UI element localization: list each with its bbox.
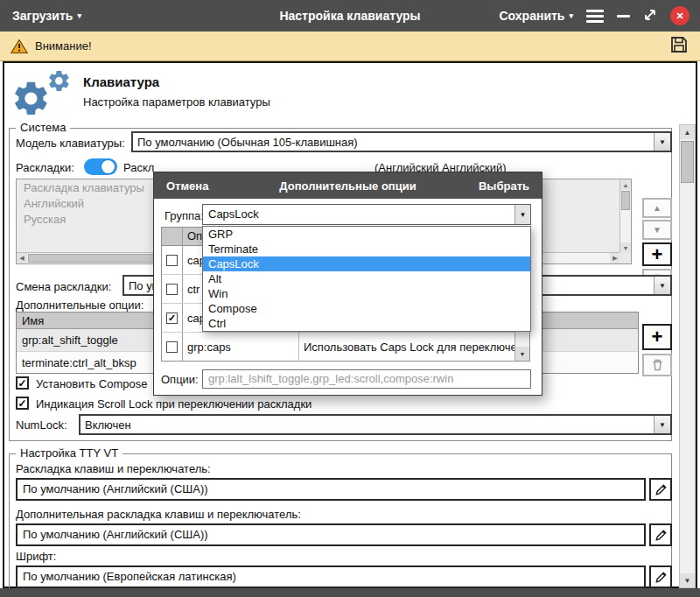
tty-extra-layout-field[interactable]: По умолчанию (Английский (США)) [16, 523, 646, 546]
caret-down-icon: ▾ [77, 12, 81, 20]
edit-tty-layout-button[interactable] [649, 478, 672, 501]
group-label: Группа: [164, 209, 204, 222]
scroll-left-button[interactable]: ◀ [17, 253, 27, 263]
scroll-down-button[interactable]: ▼ [680, 573, 695, 587]
chevron-down-icon: ▼ [654, 416, 670, 433]
tty-layout-label: Раскладка клавиш и переключатель: [16, 462, 211, 475]
arrow-left-icon: ◀ [19, 255, 24, 262]
group-select-value: CapsLock [203, 205, 514, 224]
select-button[interactable]: Выбрать [479, 179, 542, 193]
dropdown-option[interactable]: Terminate [203, 242, 530, 256]
dropdown-option-selected[interactable]: CapsLock [203, 256, 530, 271]
option-description: Использовать Caps Lock для переключе [299, 333, 514, 361]
layouts-value-fragment-left: Раскл [123, 161, 154, 174]
arrow-up-icon: ▲ [653, 203, 662, 213]
load-menu-label: Загрузить [12, 9, 73, 23]
scroll-down-button[interactable]: ▼ [515, 347, 529, 361]
close-button[interactable]: ✕ [670, 6, 690, 25]
caret-down-icon: ▾ [569, 12, 573, 20]
dropdown-option[interactable]: Win [203, 286, 530, 301]
scroll-up-button[interactable]: ▲ [620, 179, 631, 190]
table-row[interactable]: grp:caps Использовать Caps Lock для пере… [162, 333, 514, 361]
edit-tty-extra-layout-button[interactable] [649, 523, 672, 546]
arrow-up-icon: ▲ [684, 129, 691, 137]
arrow-right-icon: ▶ [612, 255, 617, 262]
dropdown-option[interactable]: Compose [203, 301, 530, 316]
load-menu-button[interactable]: Загрузить ▾ [0, 0, 94, 32]
scroll-up-button[interactable]: ▲ [680, 125, 695, 139]
row-checkbox[interactable] [166, 341, 178, 353]
warning-icon [10, 39, 28, 54]
warning-bar: Внимание! [0, 32, 700, 61]
add-option-button[interactable]: + [642, 324, 672, 350]
row-checkbox-checked[interactable]: ✓ [166, 313, 178, 324]
option-name: grp:caps [183, 333, 299, 361]
group-dropdown-list: GRP Terminate CapsLock Alt Win Compose C… [202, 226, 531, 332]
close-icon: ✕ [676, 11, 683, 22]
cancel-button[interactable]: Отмена [154, 179, 208, 193]
scrollbar-thumb[interactable] [621, 191, 630, 210]
extra-options-label: Дополнительные опции: [16, 298, 144, 312]
scrolllock-checkbox[interactable]: ✓ [16, 397, 29, 410]
save-menu-button[interactable]: Сохранить ▾ [500, 9, 574, 23]
compose-checkbox[interactable]: ✓ [16, 376, 29, 390]
menu-icon[interactable] [586, 10, 604, 23]
titlebar-actions: Сохранить ▾ ✕ [500, 6, 700, 25]
expand-button[interactable] [643, 8, 657, 25]
layouts-label: Раскладки: [16, 161, 74, 174]
tty-font-label: Шрифт: [16, 550, 56, 563]
dropdown-option[interactable]: GRP [203, 227, 530, 242]
layout-switch-label: Смена раскладки: [16, 280, 111, 293]
check-icon: ✓ [168, 313, 176, 323]
edit-tty-font-button[interactable] [649, 565, 672, 588]
pencil-icon [654, 571, 668, 584]
check-icon: ✓ [18, 378, 26, 389]
numlock-select[interactable]: Включен ▼ [79, 414, 672, 435]
dropdown-option[interactable]: Alt [203, 271, 530, 286]
page-subtitle: Настройка параметров клавиатуры [83, 95, 270, 109]
arrow-down-icon: ▼ [684, 577, 691, 585]
trash-icon [651, 358, 664, 372]
minimize-icon [617, 15, 630, 18]
layouts-toggle[interactable] [84, 158, 117, 175]
options-string-input[interactable]: grp:lalt_lshift_toggle,grp_led:scroll,co… [202, 369, 531, 389]
arrow-up-icon: ▲ [623, 182, 629, 188]
numlock-value: Включен [80, 416, 654, 433]
row-checkbox[interactable] [166, 284, 178, 295]
expand-icon [643, 8, 657, 22]
main-vertical-scrollbar[interactable]: ▲ ▼ [679, 124, 696, 588]
toggle-knob [102, 160, 115, 173]
scrollbar-thumb[interactable] [681, 141, 694, 183]
dropdown-option[interactable]: Ctrl [203, 316, 530, 331]
warning-message: Внимание! [10, 39, 92, 54]
move-layout-up-button[interactable]: ▲ [642, 198, 672, 218]
tty-font-field[interactable]: По умолчанию (Европейская латинская) [16, 565, 646, 588]
system-group-legend: Система [16, 121, 70, 134]
titlebar: Загрузить ▾ Настройка клавиатуры Сохрани… [0, 0, 700, 32]
compose-checkbox-label: Установить Compose [36, 377, 147, 390]
checkbox-column-header [162, 228, 183, 245]
chevron-down-icon: ▼ [654, 133, 670, 151]
chevron-down-icon: ▼ [514, 205, 530, 224]
keyboard-model-select[interactable]: По умолчанию (Обычная 105-клавишная) ▼ [131, 131, 672, 152]
extra-options-dialog: Отмена Дополнительные опции Выбрать Груп… [153, 172, 542, 396]
move-layout-down-button[interactable]: ▼ [642, 220, 672, 240]
pencil-icon [654, 483, 668, 496]
numlock-label: NumLock: [16, 418, 67, 432]
plus-icon: + [652, 245, 663, 264]
tty-layout-field[interactable]: По умолчанию (Английский (США)) [16, 478, 646, 501]
scrollbar-corner [620, 252, 631, 263]
minimize-button[interactable] [617, 15, 630, 18]
delete-option-button[interactable] [642, 354, 672, 376]
window-bottom-edge [0, 588, 700, 597]
tty-extra-layout-label: Дополнительная раскладка клавиш и перекл… [16, 508, 301, 521]
listbox-vertical-scrollbar[interactable]: ▲ ▼ [620, 179, 631, 253]
options-string-label: Опции: [161, 373, 199, 386]
group-select[interactable]: CapsLock ▼ [202, 204, 531, 225]
save-shortcut-button[interactable] [668, 34, 690, 58]
arrow-down-icon: ▼ [520, 351, 526, 357]
chevron-down-icon: ▼ [654, 277, 670, 294]
add-layout-button[interactable]: + [642, 242, 672, 266]
row-checkbox[interactable] [166, 255, 178, 266]
save-menu-label: Сохранить [500, 9, 565, 23]
